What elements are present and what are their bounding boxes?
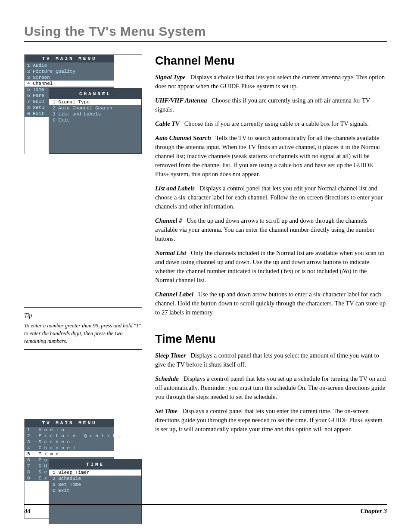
term-schedule: Schedule [155,375,179,382]
text-yes: Yes [283,268,291,274]
tv-menu-item: 1 Audio [25,62,114,68]
term-list-and-labels: List and Labels [155,185,195,192]
tv-menu-item: 1 A u d i o [25,427,114,433]
para-set-time: Set Time Displays a control panel that l… [155,407,387,434]
chapter-label: Chapter 3 [361,507,387,515]
para-auto-channel-search: Auto Channel Search Tells the TV to sear… [155,134,387,179]
term-normal-list: Normal List [155,249,186,256]
tv-screen-frame: TV MAIN MENU 1 Audio2 Picture Quality3 S… [24,54,142,154]
para-list-and-labels: List and Labels Displays a control panel… [155,184,387,211]
tv-menu-item: 4 C h a n n e l [25,445,114,451]
section-time-menu: Time Menu Sleep Timer Displays a control… [155,333,387,434]
tv-menu-item: 2 P i c t u r e Q u a l i t y [25,433,114,439]
tv-submenu-item: 3 List and Labels [49,111,141,117]
section-title-time-menu: Time Menu [155,333,387,346]
tip-block: Tip To enter a number greater than 99, p… [24,307,142,350]
term-auto-channel-search: Auto Channel Search [155,134,211,141]
main-content: Channel Menu Signal Type Displays a choi… [155,54,387,519]
para-sleep-timer: Sleep Timer Displays a control panel tha… [155,351,387,369]
tip-heading: Tip [24,312,142,319]
text: Displays a control panel that lets you e… [155,408,383,432]
text: Choose this if you are currently using c… [180,120,369,127]
tv-submenu-item: 0 Exit [49,117,141,123]
para-channel-label: Channel Label Use the up and down arrow … [155,290,387,317]
tv-menu-item: 4 Channel [25,81,114,87]
term-channel-num: Channel # [155,217,182,224]
text: Displays a choice list that lets you sel… [155,74,385,90]
tv-submenu-item: 0 Exit [49,488,141,494]
para-channel-num: Channel # Use the up and down arrows to … [155,216,387,243]
para-schedule: Schedule Displays a control panel that l… [155,374,387,401]
tv-menu-item: 3 Screen [25,75,114,81]
term-cable-tv: Cable TV [155,120,180,127]
page-footer: 44 Chapter 3 [24,504,387,515]
tv-submenu-channel: CHANNEL 1 Signal Type2 Auto Channel Sear… [49,88,142,154]
para-cable-tv: Cable TV Choose this if you are currentl… [155,119,387,128]
section-title-channel-menu: Channel Menu [155,54,387,68]
tip-text: To enter a number greater than 99, press… [24,322,142,345]
tv-menu-item: 2 Picture Quality [25,68,114,75]
term-set-time: Set Time [155,408,177,414]
sidebar-column: TV MAIN MENU 1 Audio2 Picture Quality3 S… [24,54,142,519]
tv-menu-item: 5 T i m e [25,451,114,457]
two-column-layout: TV MAIN MENU 1 Audio2 Picture Quality3 S… [24,54,387,519]
tv-submenu-items: 1 Sleep Timer2 Schedule3 Set Time0 Exit [49,470,141,494]
term-signal-type: Signal Type [155,74,186,81]
tv-submenu-item: 1 Signal Type [49,99,141,105]
para-signal-type: Signal Type Displays a choice list that … [155,73,387,91]
text: Displays a control panel that lets you s… [155,375,386,400]
tv-menu-item: 3 S c r e e n [25,439,114,445]
term-uhf-vhf: UHF/VHF Antenna [155,97,207,104]
tv-submenu-item: 2 Auto Channel Search [49,105,141,111]
para-uhf-vhf: UHF/VHF Antenna Choose this if you are c… [155,96,387,114]
text: Displays a control panel that lets you s… [155,352,379,368]
page-number: 44 [24,507,31,515]
tv-submenu-items: 1 Signal Type2 Auto Channel Search3 List… [49,99,141,123]
text-no: No [342,268,349,274]
manual-page: Using the TV's Menu System TV MAIN MENU … [0,0,411,532]
tv-submenu-item: 2 Schedule [49,476,141,482]
tv-submenu-title: TIME [49,459,141,470]
term-sleep-timer: Sleep Timer [155,352,186,359]
text: Use the up and down arrows to scroll up … [155,217,374,242]
text: ) or is not included ( [291,268,342,274]
tv-main-menu-title: TV MAIN MENU [25,419,114,427]
tv-screenshot-channel: TV MAIN MENU 1 Audio2 Picture Quality3 S… [24,54,142,154]
tv-submenu-item: 1 Sleep Timer [49,470,141,476]
tv-main-menu-title: TV MAIN MENU [25,55,114,62]
tv-submenu-title: CHANNEL [49,89,141,99]
tv-submenu-item: 3 Set Time [49,482,141,488]
term-channel-label: Channel Label [155,291,193,298]
page-heading: Using the TV's Menu System [24,24,387,42]
para-normal-list: Normal List Only the channels included i… [155,249,387,285]
